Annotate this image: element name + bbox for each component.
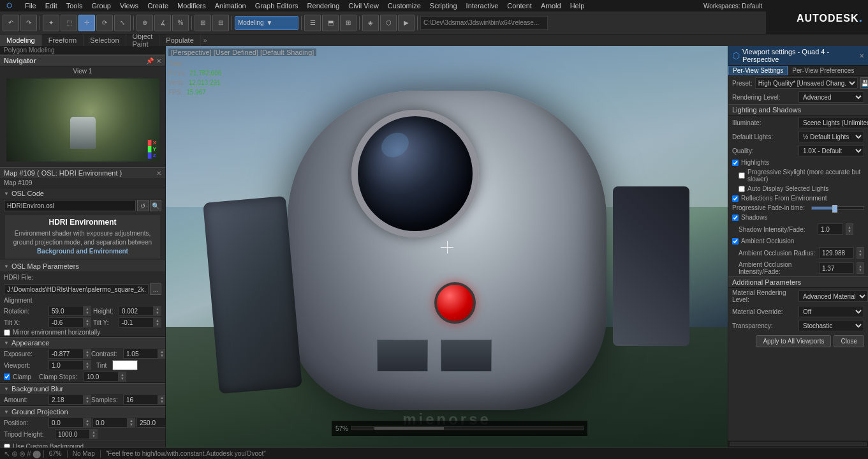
tab-populate[interactable]: Populate — [159, 34, 200, 46]
reflections-checkbox[interactable] — [732, 195, 739, 202]
menu-help[interactable]: Help — [566, 0, 589, 11]
osl-map-params-header[interactable]: ▼ OSL Map Parameters — [0, 260, 165, 271]
tilt-x-input[interactable] — [48, 317, 84, 327]
ao-checkbox[interactable] — [732, 238, 739, 245]
menu-tools[interactable]: Tools — [63, 0, 87, 11]
highlights-checkbox[interactable] — [732, 160, 739, 166]
amount-input[interactable] — [48, 395, 84, 405]
exposure-spin[interactable]: ▲▼ — [84, 349, 91, 359]
pos-x-spin[interactable]: ▲▼ — [84, 418, 91, 428]
appearance-header[interactable]: ▼ Appearance — [0, 337, 165, 348]
render-scene[interactable]: ⬡ — [380, 15, 397, 31]
menu-content[interactable]: Content — [503, 0, 536, 11]
select-move-button[interactable]: ✛ — [78, 15, 95, 31]
tint-swatch[interactable] — [112, 360, 138, 370]
bg-blur-header[interactable]: ▼ Background Blur — [0, 383, 165, 394]
magnet-icon[interactable]: ⊗ — [19, 449, 26, 458]
grid-icon[interactable]: # — [27, 449, 31, 458]
pos-x-input[interactable] — [48, 418, 84, 428]
select-button[interactable]: ✦ — [43, 15, 59, 31]
samples-input[interactable] — [123, 395, 158, 405]
tilt-y-input[interactable] — [119, 317, 154, 327]
shadow-intensity-spin[interactable]: ▲▼ — [846, 223, 853, 235]
tilt-y-spin[interactable]: ▲▼ — [154, 317, 161, 327]
tab-modeling[interactable]: Modeling — [0, 34, 42, 46]
menu-file[interactable]: File — [21, 0, 40, 11]
menu-animation[interactable]: Animation — [211, 0, 250, 11]
quality-dropdown[interactable]: 1.0X - Default — [798, 145, 864, 156]
tab-selection[interactable]: Selection — [84, 34, 126, 46]
transparency-dropdown[interactable]: Stochastic — [798, 320, 864, 331]
slider-thumb[interactable] — [832, 205, 837, 213]
osl-file-input[interactable] — [4, 200, 136, 211]
shadows-checkbox[interactable] — [732, 214, 739, 221]
viewport-input[interactable] — [48, 360, 84, 370]
height-spin[interactable]: ▲▼ — [154, 306, 161, 316]
menu-arnold[interactable]: Arnold — [537, 0, 565, 11]
samples-spin[interactable]: ▲▼ — [158, 395, 166, 405]
pos-y-spin[interactable]: ▲▼ — [128, 418, 135, 428]
ground-projection-header[interactable]: ▼ Ground Projection — [0, 406, 165, 417]
render-frame[interactable]: ▶ — [398, 15, 415, 31]
preset-dropdown[interactable]: High Quality* [Unsaved Chang. — [755, 77, 858, 89]
navigator-close-btn[interactable]: ✕ — [156, 57, 161, 64]
tripod-input[interactable] — [55, 429, 90, 439]
mirror-button[interactable]: ⊞ — [195, 15, 211, 31]
snap-toggle[interactable]: ⊕ — [136, 15, 153, 31]
clamp-stops-spin[interactable]: ▲▼ — [119, 372, 126, 382]
target-icon[interactable]: ⊕ — [11, 449, 18, 458]
menu-interactive[interactable]: Interactive — [462, 0, 503, 11]
menu-group[interactable]: Group — [87, 0, 115, 11]
menu-create[interactable]: Create — [143, 0, 172, 11]
menu-civil-view[interactable]: Civil View — [344, 0, 382, 11]
illuminate-dropdown[interactable]: Scene Lights (Unlimited) — [798, 117, 868, 128]
main-viewport[interactable]: [Perspective] [User Defined] [Default Sh… — [166, 46, 728, 448]
osl-reload-btn[interactable]: ↺ — [137, 200, 149, 211]
select-region-button[interactable]: ⬚ — [61, 15, 77, 31]
scene-explorer[interactable]: ⊞ — [340, 15, 357, 31]
select-rotate-button[interactable]: ⟳ — [96, 15, 113, 31]
material-override-dropdown[interactable]: Off — [798, 306, 864, 317]
tab-object-paint[interactable]: Object Paint — [126, 34, 160, 46]
navigator-pin-btn[interactable]: 📌 — [146, 57, 154, 64]
viewport-scrollbar[interactable] — [351, 426, 584, 430]
more-tabs-btn[interactable]: » — [201, 37, 210, 44]
tab-freeform[interactable]: Freeform — [42, 34, 84, 46]
progressive-skylight-checkbox[interactable] — [739, 172, 745, 179]
ao-radius-spin[interactable]: ▲▼ — [857, 247, 864, 259]
rotation-spin[interactable]: ▲▼ — [84, 306, 91, 316]
menu-views[interactable]: Views — [116, 0, 142, 11]
menu-graph-editors[interactable]: Graph Editors — [251, 0, 302, 11]
close-btn[interactable]: Close — [834, 335, 864, 347]
percent-snap[interactable]: % — [172, 15, 189, 31]
pos-y-input[interactable] — [92, 418, 128, 428]
apply-all-viewports-btn[interactable]: Apply to All Viewports — [756, 335, 831, 347]
menu-scripting[interactable]: Scripting — [426, 0, 461, 11]
menu-edit[interactable]: Edit — [41, 0, 61, 11]
ao-intensity-spin[interactable]: ▲▼ — [857, 262, 864, 274]
viewport-spin[interactable]: ▲▼ — [84, 360, 91, 370]
menu-customize[interactable]: Customize — [384, 0, 425, 11]
map-close-btn[interactable]: ✕ — [156, 170, 161, 177]
cursor-icon[interactable]: ↖ — [4, 449, 10, 458]
right-panel-close-btn[interactable]: ✕ — [859, 52, 864, 59]
redo-button[interactable]: ↷ — [20, 15, 37, 31]
hdri-path-input[interactable] — [4, 284, 149, 294]
named-sel-sets[interactable]: ☰ — [304, 15, 321, 31]
osl-search-btn[interactable]: 🔍 — [150, 200, 161, 211]
tab-per-view-preferences[interactable]: Per-View Preferences — [788, 66, 858, 75]
create-selection-dropdown[interactable]: Modeling ▼ — [235, 16, 298, 30]
select-scale-button[interactable]: ⤡ — [114, 15, 131, 31]
workspace-selector[interactable]: Workspaces: Default — [703, 3, 762, 10]
menu-rendering[interactable]: Rendering — [304, 0, 344, 11]
clamp-stops-input[interactable] — [84, 372, 119, 382]
height-input[interactable] — [119, 306, 154, 316]
align-button[interactable]: ⊟ — [212, 15, 229, 31]
material-rendering-dropdown[interactable]: Advanced Material — [798, 290, 868, 302]
clamp-checkbox[interactable] — [4, 373, 10, 380]
contrast-input[interactable] — [123, 349, 158, 359]
layers-btn[interactable]: ⬒ — [322, 15, 339, 31]
tripod-spin[interactable]: ▲▼ — [90, 429, 98, 439]
preset-save-btn[interactable]: 💾 — [860, 77, 868, 89]
camera-icon[interactable]: ⬤ — [33, 449, 41, 458]
